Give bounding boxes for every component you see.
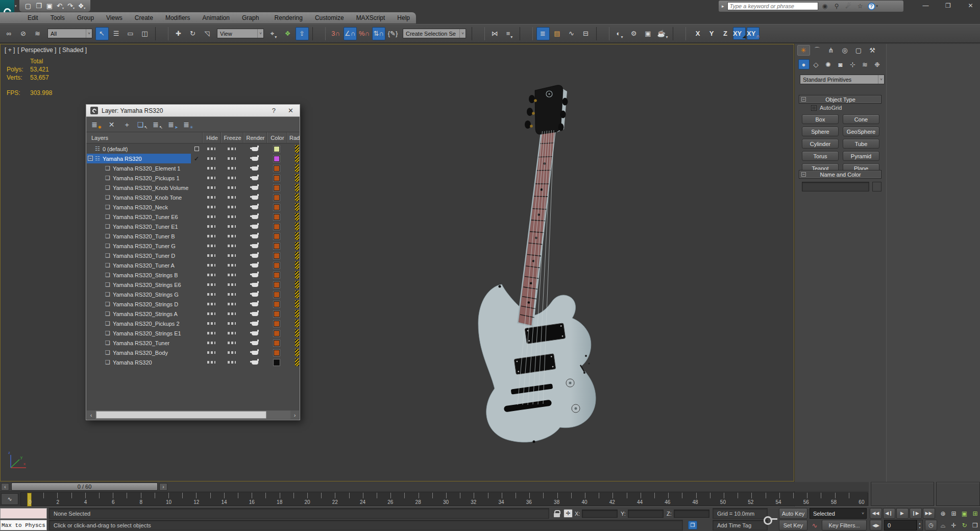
layer-color-swatch[interactable] [274,262,280,269]
layer-row[interactable]: − Yamaha RS320_Tuner E6 ✓ [87,212,299,222]
hide-toggle[interactable] [207,342,215,344]
render-toggle-icon[interactable] [252,273,258,277]
render-toggle-icon[interactable] [252,293,258,297]
application-menu-arrow-icon[interactable]: ▾ [15,4,17,8]
column-freeze[interactable]: Freeze [221,132,243,143]
freeze-toggle[interactable] [228,342,236,344]
layer-color-swatch[interactable] [274,272,280,278]
category-systems[interactable]: ❉ [872,59,883,69]
freeze-toggle[interactable] [228,361,236,364]
menu-item[interactable]: Create [129,12,159,23]
render-toggle-icon[interactable] [252,176,258,180]
render-toggle-icon[interactable] [252,186,258,190]
tab-motion[interactable]: ◎ [839,45,851,56]
layer-color-swatch[interactable] [274,359,280,366]
add-selection-to-layer-icon[interactable]: ＋ [121,118,133,131]
time-slider-track[interactable]: ‹ 0 / 60 › [0,482,869,492]
key-filters-button[interactable]: Key Filters... [822,520,867,530]
search-topics-arrow-icon[interactable]: ▸ [722,4,724,9]
hide-toggle[interactable] [207,186,215,189]
delete-empty-layers-icon[interactable]: ✕ [106,118,118,131]
go-to-start-icon[interactable]: ◀◀ [870,508,882,519]
separator[interactable] [472,27,485,40]
layer-row[interactable]: − Yamaha RS320_Strings E1 ✓ [87,328,299,338]
hide-toggle[interactable] [207,157,215,160]
object-type-button[interactable]: GeoSphere [843,127,879,136]
add-time-tag[interactable]: Add Time Tag [713,520,768,530]
freeze-toggle[interactable] [228,351,236,354]
freeze-toggle[interactable] [228,274,236,276]
layer-color-swatch[interactable] [274,292,280,298]
freeze-toggle[interactable] [228,225,236,228]
scroll-right-icon[interactable]: › [290,411,299,419]
layer-color-swatch[interactable] [274,204,280,210]
object-class-dropdown[interactable]: Standard Primitives ˅ [800,75,885,84]
scene-explorer-icon[interactable]: ▤ [551,27,564,40]
render-toggle-icon[interactable] [252,225,258,229]
menu-item[interactable]: Edit [21,12,44,23]
select-and-rotate-icon[interactable]: ↻ [186,27,200,40]
category-shapes[interactable]: ◇ [811,59,822,69]
layer-row[interactable]: − Yamaha RS320_Tuner E1 ✓ [87,222,299,231]
menu-item[interactable]: Group [71,12,100,23]
save-file-icon[interactable]: ▣ [45,2,54,11]
restrict-z-button[interactable]: Z [719,27,732,40]
render-toggle-icon[interactable] [252,263,258,268]
snaps-toggle-icon[interactable]: 3∩ [329,27,342,40]
hide-toggle[interactable] [207,167,215,170]
default-in-out-tangents-icon[interactable]: ∿ [810,521,820,530]
render-setup-icon[interactable]: ⚙ [627,27,641,40]
object-type-button[interactable]: Cone [843,114,879,124]
time-slider-handle[interactable]: 0 / 60 [11,482,158,491]
mirror-icon[interactable]: ⋈ [488,27,502,40]
render-toggle-icon[interactable] [252,312,258,316]
set-current-layer-icon[interactable]: ≣ ✳ [182,118,194,131]
object-type-button[interactable]: Tube [843,139,879,149]
restrict-y-button[interactable]: Y [705,27,718,40]
object-name-field[interactable] [802,182,869,191]
render-toggle-icon[interactable] [252,322,258,326]
layer-color-swatch[interactable] [274,330,280,336]
align-icon[interactable]: ≡ ▾ [503,27,516,40]
freeze-toggle[interactable] [228,312,236,315]
material-editor-icon[interactable]: ◐ ▾ [613,27,626,40]
edit-named-selection-sets-icon[interactable]: {✎} [386,27,400,40]
freeze-toggle[interactable] [228,206,236,208]
name-and-color-rollout[interactable]: − Name and Color [799,170,881,179]
separator[interactable] [155,27,168,40]
search-icon[interactable]: ◉ [821,2,829,10]
layer-color-swatch[interactable] [274,146,280,152]
freeze-toggle[interactable] [228,303,236,305]
category-geometry[interactable]: ● [798,59,810,69]
separator[interactable] [312,27,326,40]
object-type-button[interactable]: Box [802,114,839,124]
layer-row[interactable]: − Yamaha RS320_Body ✓ [87,348,299,357]
current-frame-field[interactable]: 0 [884,520,917,530]
column-layers[interactable]: Layers [86,132,203,143]
layer-color-swatch[interactable] [274,243,280,249]
layer-row[interactable]: − Yamaha RS320_Tuner ✓ [87,338,299,348]
object-type-rollout[interactable]: − Object Type [799,95,881,104]
layer-color-swatch[interactable] [274,340,280,346]
layer-row[interactable]: − Yamaha RS320 ✓ [87,154,299,163]
absolute-mode-transform-icon[interactable]: ✛ [564,509,573,518]
select-and-move-icon[interactable]: ✚ [172,27,185,40]
layer-color-swatch[interactable] [274,224,280,230]
layer-color-swatch[interactable] [274,253,280,259]
autogrid-checkbox[interactable] [811,105,817,111]
horizontal-scrollbar[interactable]: ‹ › [87,411,299,419]
hide-toggle[interactable] [207,332,215,334]
reference-coordinate-system-dropdown[interactable]: View˅ [217,29,264,38]
rectangular-selection-region-icon[interactable]: ▭ [124,27,137,40]
next-frame-icon[interactable]: ❙▶ [910,508,922,519]
layer-manager-icon[interactable]: ≣ [536,27,550,40]
menu-item[interactable]: Customize [309,12,350,23]
menu-item[interactable]: Tools [44,12,71,23]
category-space-warps[interactable]: ≋ [860,59,871,69]
layer-row[interactable]: − Yamaha RS320_Strings B ✓ [87,270,299,280]
layer-row[interactable]: − Yamaha RS320_Tuner B ✓ [87,231,299,241]
scroll-left-icon[interactable]: ‹ [87,411,95,419]
freeze-toggle[interactable] [228,235,236,237]
freeze-toggle[interactable] [228,177,236,179]
key-mode-toggle-icon[interactable]: ◀▶ [870,520,882,530]
